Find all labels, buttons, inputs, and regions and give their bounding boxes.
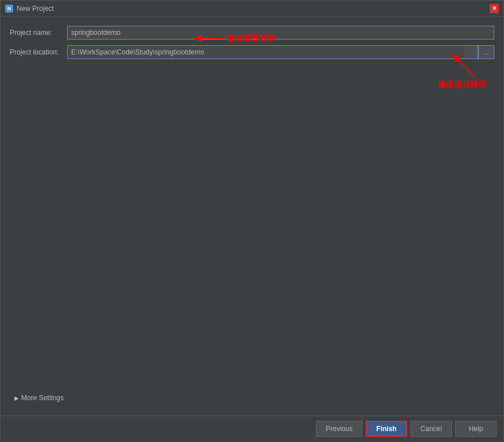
dialog-footer: Previous Finish Cancel Help (1, 416, 503, 441)
window-icon: N (5, 5, 13, 13)
close-button[interactable]: ✕ (490, 4, 499, 13)
project-name-label: Project name: (10, 29, 67, 37)
more-settings-label: More Settings (21, 394, 64, 402)
empty-area (10, 65, 494, 389)
annotation-path-arrow-icon (440, 51, 486, 80)
annotation-name-arrow-icon (190, 33, 224, 44)
project-name-input[interactable] (67, 26, 494, 40)
title-bar: N New Project ✕ (1, 1, 503, 17)
new-project-dialog: N New Project ✕ Project name: Project lo… (0, 0, 504, 442)
finish-button[interactable]: Finish (366, 421, 407, 437)
project-location-label: Project location: (10, 48, 67, 56)
help-button[interactable]: Help (455, 421, 497, 437)
annotation-path-text: 修改项目路径 (438, 80, 486, 90)
location-input-container: ... (67, 45, 494, 59)
annotation-name-text: 修改项目名称 (226, 33, 275, 44)
window-title: New Project (17, 5, 54, 13)
project-location-row: Project location: ... (10, 45, 494, 59)
cancel-button[interactable]: Cancel (411, 421, 452, 437)
project-location-input[interactable] (67, 45, 464, 59)
svg-line-3 (452, 54, 475, 77)
more-settings-chevron-icon: ▶ (14, 395, 19, 401)
more-settings[interactable]: ▶ More Settings (10, 389, 494, 406)
dialog-content: Project name: Project location: ... (1, 17, 503, 416)
annotation-name-container: 修改项目名称 (190, 33, 275, 44)
annotation-path-container: 修改项目路径 (438, 51, 486, 90)
title-bar-left: N New Project (5, 5, 54, 13)
previous-button[interactable]: Previous (316, 421, 362, 437)
